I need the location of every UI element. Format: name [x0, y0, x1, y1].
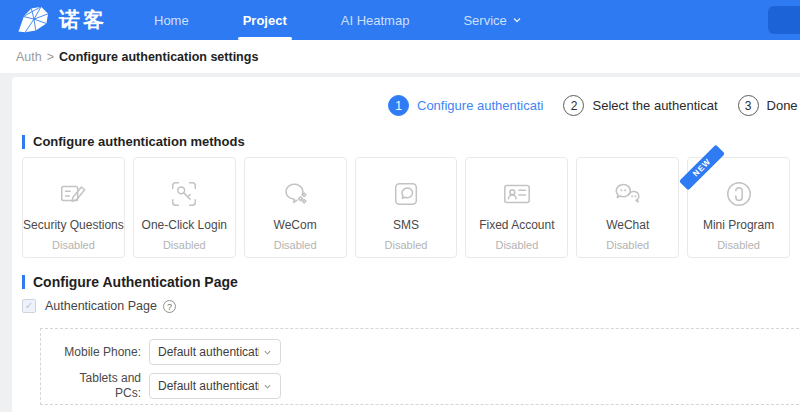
auth-page-config-box: Mobile Phone: Default authenticatio... T… — [40, 328, 800, 405]
fixed-account-icon — [466, 178, 567, 210]
card-security-questions[interactable]: Security Questions Disabled — [22, 157, 125, 258]
mobile-phone-select[interactable]: Default authenticatio... — [149, 339, 281, 365]
nav-item-ai-heatmap[interactable]: AI Heatmap — [314, 0, 437, 40]
section-accent-bar — [22, 275, 25, 289]
wecom-icon — [245, 178, 346, 210]
chevron-down-icon — [512, 15, 522, 25]
card-fixed-account[interactable]: Fixed Account Disabled — [465, 157, 568, 258]
security-questions-icon — [23, 178, 124, 210]
step-2-label: Select the authenticat — [592, 98, 717, 113]
card-wecom[interactable]: WeCom Disabled — [244, 157, 347, 258]
tablets-pcs-select[interactable]: Default authenticatio... — [149, 373, 281, 399]
nav-item-home[interactable]: Home — [127, 0, 216, 40]
step-3: 3 Done — [738, 95, 800, 116]
mobile-phone-row: Mobile Phone: Default authenticatio... — [53, 339, 281, 365]
step-1-label: Configure authenticati — [417, 98, 543, 113]
nav-item-service[interactable]: Service — [436, 0, 548, 40]
chevron-down-icon — [259, 343, 272, 361]
question-circle-icon[interactable]: ? — [163, 300, 176, 313]
nav-item-project[interactable]: Project — [216, 0, 314, 40]
app-logo[interactable]: 诺客 — [0, 5, 127, 35]
section-title-auth-page: Configure Authentication Page — [22, 274, 238, 290]
chevron-down-icon — [259, 377, 272, 395]
step-3-label: Done — [767, 98, 798, 113]
breadcrumb-separator: > — [47, 50, 54, 64]
card-sms[interactable]: SMS Disabled — [355, 157, 458, 258]
card-wechat[interactable]: WeChat Disabled — [576, 157, 679, 258]
step-3-number: 3 — [738, 95, 759, 116]
section-title-methods: Configure authentication methods — [22, 134, 245, 149]
wechat-icon — [577, 178, 678, 210]
page-background: 1 Configure authenticati 2 Select the au… — [0, 73, 800, 412]
breadcrumb-root[interactable]: Auth — [16, 50, 42, 64]
top-navbar: 诺客 Home Project AI Heatmap Service — [0, 0, 800, 40]
logo-gem-icon — [16, 5, 52, 35]
auth-page-checkbox-label: Authentication Page — [45, 299, 157, 313]
auth-page-checkbox[interactable]: ✓ — [22, 299, 36, 313]
one-click-login-icon — [134, 178, 235, 210]
step-1: 1 Configure authenticati — [388, 95, 563, 116]
mobile-phone-label: Mobile Phone: — [53, 345, 141, 360]
step-indicator: 1 Configure authenticati 2 Select the au… — [388, 95, 800, 116]
tablets-pcs-label: Tablets and PCs: — [53, 371, 141, 401]
section-accent-bar — [22, 135, 25, 149]
logo-text: 诺客 — [59, 6, 107, 34]
mini-program-icon — [688, 178, 789, 210]
step-2: 2 Select the authenticat — [563, 95, 737, 116]
breadcrumb-current: Configure authentication settings — [59, 50, 258, 64]
step-2-number: 2 — [563, 95, 584, 116]
sms-icon — [356, 178, 457, 210]
card-mini-program[interactable]: NEW Mini Program Disabled — [687, 157, 790, 258]
nav-menu: Home Project AI Heatmap Service — [127, 0, 549, 40]
method-cards-row: Security Questions Disabled One-Click Lo… — [22, 157, 790, 258]
breadcrumb: Auth > Configure authentication settings — [0, 40, 800, 73]
card-one-click-login[interactable]: One-Click Login Disabled — [133, 157, 236, 258]
main-panel: 1 Configure authenticati 2 Select the au… — [12, 77, 800, 412]
tablets-pcs-row: Tablets and PCs: Default authenticatio..… — [53, 371, 281, 401]
auth-page-checkbox-row: ✓ Authentication Page ? — [22, 299, 176, 313]
navbar-corner-button[interactable] — [768, 6, 800, 34]
step-1-number: 1 — [388, 95, 409, 116]
